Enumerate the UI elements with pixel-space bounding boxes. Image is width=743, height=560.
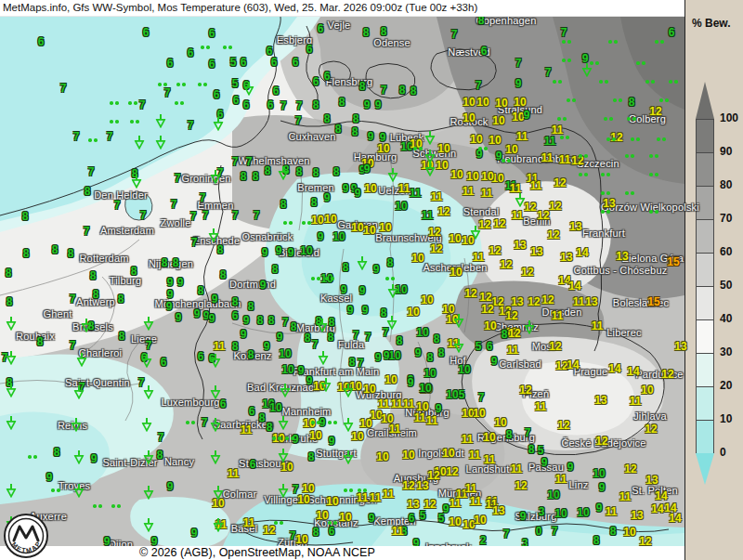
colorbar-top-arrow	[696, 82, 714, 119]
colorbar-tick-label: 30	[720, 345, 732, 358]
copyright-bar: © 2026 (AGB), OpenStreetMap, NOAA NCEP	[0, 546, 684, 560]
colorbar-segment	[696, 319, 714, 353]
colorbar-tick-label: 60	[720, 245, 732, 258]
colorbar-tick-label: 20	[720, 379, 732, 392]
map-background	[0, 17, 684, 546]
colorbar-tick-label: 90	[720, 145, 732, 158]
legend-panel: % Bew. 1009080706050403020100	[684, 0, 743, 560]
colorbar-tick-label: 80	[720, 178, 732, 191]
colorbar-segment	[696, 219, 714, 253]
colorbar-tick-label: 100	[720, 111, 738, 124]
colorbar-segment	[696, 186, 714, 219]
colorbar-segment	[696, 420, 714, 453]
map-title: MetMaps.info, Gfs WW-Symbol, Mos Tempera…	[0, 0, 684, 17]
colorbar-tick-label: 50	[720, 279, 732, 292]
metmaps-logo-icon: METMAPS	[2, 512, 50, 560]
colorbar-tick-label: 40	[720, 312, 732, 325]
colorbar-segment	[696, 286, 714, 319]
colorbar-segment	[696, 152, 714, 186]
colorbar-segment	[696, 353, 714, 386]
colorbar-tick-label: 70	[720, 212, 732, 225]
colorbar-bottom-arrow	[696, 453, 714, 485]
colorbar-segment	[696, 386, 714, 420]
cloud-cover-colorbar	[696, 82, 714, 485]
colorbar-tick-label: 10	[720, 412, 732, 425]
weather-map-window: MetMaps.info, Gfs WW-Symbol, Mos Tempera…	[0, 0, 743, 560]
legend-title: % Bew.	[692, 17, 731, 30]
colorbar-tick-label: 0	[720, 446, 726, 459]
colorbar-segment	[696, 253, 714, 286]
colorbar-segment	[696, 119, 714, 152]
